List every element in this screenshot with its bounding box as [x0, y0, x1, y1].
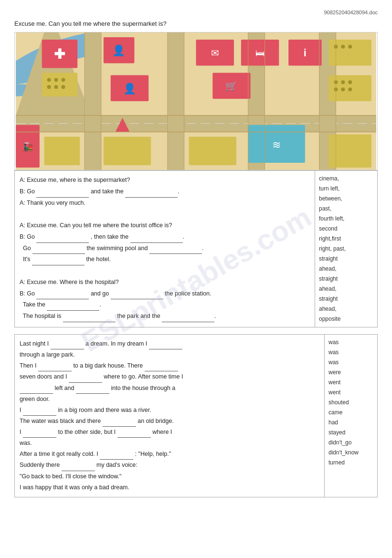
ex2-line8: The water was black and there an old bri… [20, 416, 319, 427]
blank-e2-2 [149, 343, 182, 349]
ex2-line14: I was happy that it was only a bad dream… [20, 482, 319, 493]
svg-point-15 [61, 78, 65, 82]
intro-question: Excuse me. Can you tell me where the sup… [14, 20, 378, 27]
ex2-line11: After a time it got really cold. I : "He… [20, 449, 319, 460]
word-5: fourth left, [319, 214, 373, 224]
word-14: ahead, [319, 304, 373, 314]
blank-e2-6 [20, 387, 53, 394]
svg-text:✉: ✉ [211, 48, 219, 58]
svg-rect-48 [329, 135, 371, 168]
blank-7 [32, 259, 85, 265]
blank-1 [36, 191, 89, 198]
blank-6 [149, 247, 202, 254]
svg-text:👤: 👤 [123, 82, 137, 95]
blank-5 [32, 247, 85, 254]
blank-11 [63, 316, 116, 322]
svg-point-14 [54, 78, 58, 82]
ex2-line9: I to the other side, but I where I [20, 427, 319, 438]
blank-e2-1 [51, 343, 84, 349]
ex2-line10: was. [20, 438, 319, 449]
exercise1-main: A: Excuse me, where is the supermarket? … [15, 171, 315, 327]
blank-e2-3 [38, 365, 72, 371]
svg-text:i: i [304, 47, 307, 59]
blank-8 [36, 293, 89, 299]
svg-point-13 [47, 78, 51, 82]
word2-7: shouted [328, 398, 373, 408]
blank-9 [111, 293, 163, 299]
exercise2-main: Last night I a dream. In my dream I thro… [15, 335, 325, 497]
svg-rect-47 [189, 137, 236, 165]
exercise1-section: A: Excuse me, where is the supermarket? … [14, 170, 378, 327]
word-3: between, [319, 194, 373, 204]
ex1-line9: B: Go and go the police station. [20, 288, 310, 300]
ex1-line7: It's the hotel. [20, 254, 310, 265]
svg-text:✚: ✚ [54, 47, 65, 62]
ex1-line3: A: Thank you very much. [20, 198, 310, 209]
word-2: turn left, [319, 184, 373, 194]
svg-text:👤: 👤 [112, 44, 126, 57]
blank-e2-11 [117, 431, 151, 438]
svg-text:🛒: 🛒 [225, 80, 237, 92]
word2-4: were [328, 368, 373, 378]
word-10: ahead, [319, 264, 373, 274]
word-8: right, past, [319, 244, 373, 254]
ex1-line11: The hospital is the park and the . [20, 311, 310, 322]
svg-rect-45 [44, 137, 80, 165]
ex2-line5: left and into the house through a [20, 383, 319, 394]
blank-12 [162, 316, 214, 322]
svg-point-17 [54, 85, 58, 89]
word-12: ahead, [319, 284, 373, 294]
ex1-line8: A: Excuse me. Where is the hospital? [20, 277, 310, 288]
word2-5: went [328, 378, 373, 388]
svg-point-42 [348, 87, 352, 91]
ex2-line6: green door. [20, 394, 319, 405]
ex1-line4: A: Excuse me. Can you tell me where the … [20, 220, 310, 232]
blank-e2-10 [23, 431, 56, 438]
word2-8: came [328, 408, 373, 418]
svg-rect-27 [329, 40, 371, 66]
word-1: cinema, [319, 174, 373, 184]
word2-3: was [328, 358, 373, 368]
word2-6: went [328, 388, 373, 398]
exercise2-wordbank: was was was were went went shouted came … [325, 335, 377, 497]
svg-point-18 [61, 85, 65, 89]
ex2-line12: Suddenly there my dad's voice: [20, 460, 319, 471]
svg-text:🚂: 🚂 [22, 142, 33, 152]
blank-4 [130, 236, 183, 243]
svg-point-16 [47, 85, 51, 89]
ex1-line2: B: Go and take the . [20, 186, 310, 198]
ex2-line13: "Go back to bed. I'll close the window." [20, 471, 319, 482]
blank-e2-4 [145, 365, 178, 371]
word2-13: turned [328, 458, 373, 468]
blank-10 [47, 304, 99, 311]
word-7: right,first [319, 234, 373, 244]
ex1-line1: A: Excuse me, where is the supermarket? [20, 175, 310, 186]
svg-point-41 [341, 87, 345, 91]
blank-3 [36, 236, 89, 243]
word-4: past, [319, 204, 373, 214]
word2-9: had [328, 418, 373, 428]
word-13: straight [319, 294, 373, 304]
ex1-line6: Go the swimming pool and . [20, 243, 310, 254]
word-6: second [319, 224, 373, 234]
svg-point-38 [341, 80, 345, 84]
ex1-line10: Take the . [20, 299, 310, 311]
ex1-line5: B: Go , then take the . [20, 232, 310, 243]
blank-2 [125, 191, 178, 198]
blank-e2-13 [62, 464, 95, 471]
svg-rect-46 [104, 137, 151, 165]
blank-e2-7 [76, 387, 109, 394]
word-9: straight [319, 254, 373, 264]
blank-e2-5 [69, 376, 102, 383]
map-image: ✚ 👤 👤 ✉ 🛏 i 🛒 ≋ [14, 32, 378, 170]
word2-12: didn't_know [328, 448, 373, 458]
ex2-line4: seven doors and I where to go. After som… [20, 371, 319, 382]
word2-1: was [328, 337, 373, 347]
ex2-line7: I in a big room and there was a river. [20, 405, 319, 416]
word2-2: was [328, 347, 373, 358]
word2-10: stayed [328, 428, 373, 438]
svg-text:≋: ≋ [272, 139, 281, 151]
word2-11: didn't_go [328, 438, 373, 448]
svg-point-29 [341, 45, 345, 49]
svg-text:🛏: 🛏 [255, 48, 265, 58]
